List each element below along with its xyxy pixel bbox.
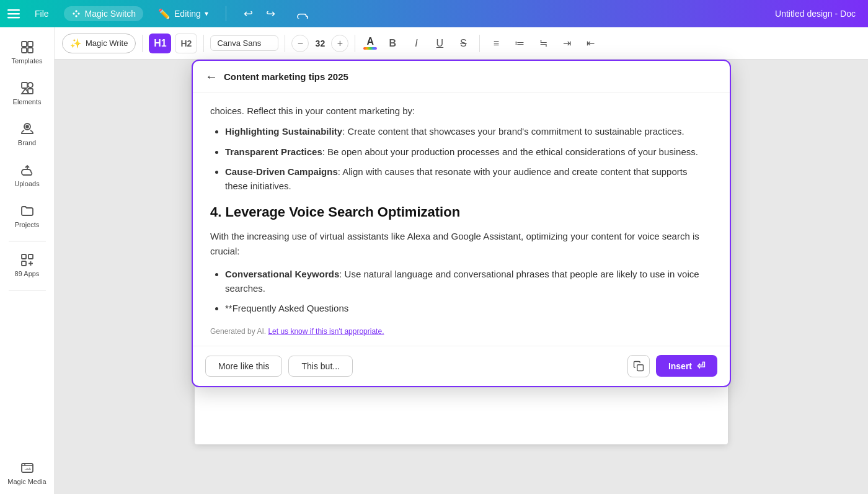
elements-label: Elements <box>13 98 42 106</box>
ai-note: Generated by AI. Let us know if this isn… <box>210 327 712 336</box>
bold-button[interactable]: B <box>383 34 402 53</box>
sidebar-item-brand[interactable]: Brand <box>2 114 52 154</box>
insert-button[interactable]: Insert ⏎ <box>656 355 717 377</box>
font-size-decrease-button[interactable]: − <box>291 35 309 52</box>
projects-label: Projects <box>15 221 40 228</box>
sidebar-item-elements[interactable]: Elements <box>2 73 52 113</box>
svg-point-8 <box>28 83 33 88</box>
heading2-button[interactable]: H2 <box>175 34 197 53</box>
chevron-down-icon: ▾ <box>205 9 208 18</box>
text-color-a-icon: A <box>367 37 374 47</box>
main-area: ✨ Magic Write H1 H2 Canva Sans − 32 + A … <box>55 27 868 494</box>
back-button[interactable]: ← <box>205 70 218 84</box>
editing-label: Editing <box>174 9 201 19</box>
canvas-area: ← Content marketing tips 2025 choices. R… <box>55 60 868 494</box>
brand-label: Brand <box>18 139 36 146</box>
brand-icon <box>20 122 35 137</box>
formatting-toolbar: ✨ Magic Write H1 H2 Canva Sans − 32 + A … <box>55 27 868 60</box>
templates-label: Templates <box>11 57 42 65</box>
font-size-increase-button[interactable]: + <box>331 35 348 52</box>
undo-redo-group: ↩ ↪ <box>239 4 281 24</box>
outdent-button[interactable]: ⇤ <box>580 34 600 53</box>
svg-rect-1 <box>7 13 20 15</box>
sidebar-item-projects[interactable]: Projects <box>2 196 52 236</box>
editing-icon: ✏️ <box>158 8 170 20</box>
menu-icon[interactable] <box>7 7 20 20</box>
sidebar-divider <box>9 241 46 241</box>
this-but-button[interactable]: This but... <box>288 356 352 377</box>
list-item: **Frequently Asked Questions <box>225 302 712 316</box>
sidebar: Templates Elements Brand <box>0 27 55 494</box>
bullet-term-4: Conversational Keywords <box>225 269 339 279</box>
bullet-term-3: Cause-Driven Campaigns <box>225 166 338 177</box>
magic-write-button[interactable]: ✨ Magic Write <box>62 34 136 53</box>
svg-rect-0 <box>7 9 20 11</box>
bullet-list-2: Conversational Keywords: Use natural lan… <box>210 267 712 316</box>
copy-button[interactable] <box>627 355 650 377</box>
svg-rect-7 <box>22 83 27 88</box>
bullet-term-1: Highlighting Sustainability <box>225 126 342 137</box>
ai-note-text: Generated by AI. <box>210 327 266 336</box>
align-left-button[interactable]: ≡ <box>486 34 506 53</box>
editing-button[interactable]: ✏️ Editing ▾ <box>153 6 213 22</box>
bullet-text-1: : Create content that showcases your bra… <box>342 126 684 137</box>
underline-button[interactable]: U <box>430 34 450 53</box>
indent-button[interactable]: ⇥ <box>557 34 577 53</box>
svg-rect-3 <box>22 42 27 47</box>
heading1-button[interactable]: H1 <box>149 34 171 53</box>
redo-button[interactable]: ↪ <box>261 4 281 24</box>
magic-switch-button[interactable]: Magic Switch <box>64 6 143 21</box>
italic-button[interactable]: I <box>406 34 426 53</box>
more-like-this-button[interactable]: More like this <box>205 356 282 377</box>
footer-left-actions: More like this This but... <box>205 356 353 377</box>
font-size-control: − 32 + <box>291 35 348 52</box>
text-color-picker[interactable]: A <box>361 35 379 52</box>
toolbar-sep-5 <box>479 35 480 52</box>
sidebar-item-uploads[interactable]: Uploads <box>2 155 52 195</box>
save-cloud-button[interactable] <box>293 4 313 24</box>
svg-point-12 <box>26 125 29 128</box>
strikethrough-button[interactable]: S <box>453 34 473 53</box>
magic-write-label: Magic Write <box>86 38 128 48</box>
section-heading: 4. Leverage Voice Search Optimization <box>210 204 712 220</box>
text-color-bar <box>363 47 377 50</box>
font-family-selector[interactable]: Canva Sans <box>210 35 278 51</box>
elements-icon <box>20 81 35 96</box>
topbar-divider-1 <box>226 6 226 21</box>
toolbar-sep-2 <box>203 35 204 52</box>
enter-icon: ⏎ <box>697 360 705 372</box>
undo-button[interactable]: ↩ <box>239 4 259 24</box>
svg-rect-2 <box>7 17 20 19</box>
list-item: Conversational Keywords: Use natural lan… <box>225 267 712 295</box>
apps-label: 89 Apps <box>15 270 40 277</box>
ai-note-link[interactable]: Let us know if this isn't appropriate. <box>268 327 384 336</box>
toolbar-sep-1 <box>142 35 143 52</box>
topbar: File Magic Switch ✏️ Editing ▾ ↩ ↪ Untit… <box>0 0 868 27</box>
apps-icon <box>20 253 35 267</box>
svg-rect-13 <box>22 254 26 259</box>
svg-rect-6 <box>28 48 33 53</box>
magic-switch-label: Magic Switch <box>85 9 136 19</box>
sidebar-item-magic-media[interactable]: Magic Media <box>2 453 52 493</box>
section-para: With the increasing use of virtual assis… <box>210 229 712 259</box>
svg-rect-5 <box>22 48 27 53</box>
list-item: Cause-Driven Campaigns: Align with cause… <box>225 165 712 193</box>
magic-panel-content: choices. Reflect this in your content ma… <box>193 93 730 346</box>
magic-panel-header: ← Content marketing tips 2025 <box>193 61 730 93</box>
numbered-list-button[interactable]: ≒ <box>533 34 553 53</box>
magic-write-panel: ← Content marketing tips 2025 choices. R… <box>192 60 731 387</box>
magic-media-label: Magic Media <box>7 478 46 485</box>
svg-rect-15 <box>22 261 26 266</box>
bullet-list-button[interactable]: ≔ <box>510 34 529 53</box>
insert-label: Insert <box>668 361 692 371</box>
sidebar-item-apps[interactable]: 89 Apps <box>2 245 52 285</box>
sidebar-item-templates[interactable]: Templates <box>2 32 52 72</box>
bullet-text-5: **Frequently Asked Questions <box>225 303 348 313</box>
svg-rect-4 <box>28 42 33 47</box>
list-item: Highlighting Sustainability: Create cont… <box>225 125 712 139</box>
list-item: Transparent Practices: Be open about you… <box>225 145 712 159</box>
bullet-list-1: Highlighting Sustainability: Create cont… <box>210 125 712 193</box>
file-menu[interactable]: File <box>30 6 54 21</box>
magic-write-icon: ✨ <box>70 38 82 49</box>
svg-rect-14 <box>29 254 33 259</box>
